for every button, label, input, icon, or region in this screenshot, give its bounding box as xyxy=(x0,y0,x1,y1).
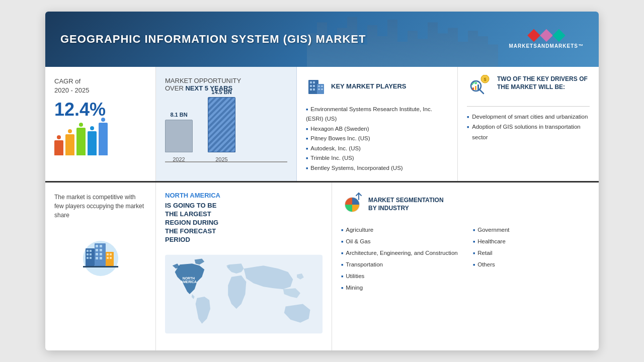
seg-item: Utilities xyxy=(341,270,458,282)
players-panel: KEY MARKET PLAYERS Environmental Systems… xyxy=(297,67,458,182)
svg-line-18 xyxy=(479,89,484,94)
seg-item: Government xyxy=(473,224,590,236)
page-title: GEOGRAPHIC INFORMATION SYSTEM (GIS) MARK… xyxy=(60,33,366,46)
seg-item: Healthcare xyxy=(473,236,590,247)
mini-chart xyxy=(54,125,146,155)
seg-item: Others xyxy=(473,259,590,270)
seg-list-col1: Agriculture Oil & Gas Architecture, Engi… xyxy=(341,224,458,294)
svg-rect-12 xyxy=(321,85,323,87)
logo-text: MARKETSANDMARKETS™ xyxy=(509,43,584,48)
seg-grid: Agriculture Oil & Gas Architecture, Engi… xyxy=(341,224,590,294)
svg-text:AMERICA: AMERICA xyxy=(181,281,197,284)
svg-rect-4 xyxy=(310,81,312,83)
seg-item: Oil & Gas xyxy=(341,236,458,247)
segmentation-panel: MARKET SEGMENTATIONBY INDUSTRY Agricultu… xyxy=(332,183,599,350)
city-icon xyxy=(54,231,146,284)
cagr-panel: CAGR of2020 - 2025 12.4% xyxy=(45,67,156,182)
seg-item: Retail xyxy=(473,247,590,259)
svg-rect-9 xyxy=(313,88,315,90)
drivers-icon-row: $ TWO OF THE KEY DRIVERS OFTHE MARKET WI… xyxy=(467,75,590,101)
header: GEOGRAPHIC INFORMATION SYSTEM (GIS) MARK… xyxy=(45,12,599,67)
svg-rect-14 xyxy=(321,88,323,90)
svg-rect-27 xyxy=(87,253,89,255)
players-header: KEY MARKET PLAYERS xyxy=(306,75,448,99)
logo-diamonds xyxy=(509,30,584,41)
svg-rect-28 xyxy=(90,253,92,255)
seg-header: MARKET SEGMENTATIONBY INDUSTRY xyxy=(341,192,590,217)
list-item: Trimble Inc. (US) xyxy=(306,153,448,163)
players-list: Environmental Systems Research Institute… xyxy=(306,105,448,173)
svg-rect-41 xyxy=(107,253,109,255)
players-title: KEY MARKET PLAYERS xyxy=(331,82,407,91)
svg-rect-32 xyxy=(96,245,98,247)
svg-rect-13 xyxy=(318,88,320,90)
svg-rect-34 xyxy=(96,249,98,251)
svg-rect-7 xyxy=(313,85,315,87)
seg-icon xyxy=(341,192,363,217)
drivers-list: Development of smart cities and urbaniza… xyxy=(467,112,590,143)
competitive-panel: The market is competitive with few playe… xyxy=(45,183,156,350)
svg-rect-21 xyxy=(477,84,479,90)
bar-chart: 8.1 BN 2022 14.5 BN 2025 xyxy=(165,100,287,165)
driver-item-2: Adoption of GIS solutions in transportat… xyxy=(467,122,590,142)
market-panel: MARKET OPPORTUNITYOVER NEXT 5 YEARS 8.1 … xyxy=(156,67,297,182)
forecast-text: IS GOING TO BETHE LARGESTREGION DURINGTH… xyxy=(165,202,218,244)
svg-rect-19 xyxy=(472,87,474,90)
svg-rect-43 xyxy=(107,257,109,259)
list-item: Pitney Bowes Inc. (US) xyxy=(306,134,448,144)
svg-rect-26 xyxy=(90,250,92,252)
list-item: Bentley Systems, Incorporated (US) xyxy=(306,163,448,173)
seg-list-col2: Government Healthcare Retail Others xyxy=(473,224,590,294)
cagr-value: 12.4% xyxy=(54,99,146,120)
svg-rect-42 xyxy=(110,253,112,255)
list-item: Environmental Systems Research Institute… xyxy=(306,105,448,124)
world-map-container: NORTH AMERICA xyxy=(165,249,323,341)
driver-item-1: Development of smart cities and urbaniza… xyxy=(467,112,590,122)
drivers-icon: $ xyxy=(467,75,492,101)
svg-rect-11 xyxy=(318,85,320,87)
svg-rect-44 xyxy=(110,257,112,259)
competitive-text: The market is competitive with few playe… xyxy=(54,193,146,220)
svg-rect-25 xyxy=(87,250,89,252)
list-item: Autodesk, Inc. (US) xyxy=(306,144,448,154)
svg-rect-36 xyxy=(96,253,98,255)
seg-item: Architecture, Engineering, and Construct… xyxy=(341,247,458,259)
drivers-panel: $ TWO OF THE KEY DRIVERS OFTHE MARKET WI… xyxy=(458,67,599,182)
svg-text:NORTH: NORTH xyxy=(183,277,195,280)
world-map-svg: NORTH AMERICA xyxy=(165,249,323,339)
svg-rect-39 xyxy=(100,257,102,259)
svg-rect-5 xyxy=(313,81,315,83)
drivers-title: TWO OF THE KEY DRIVERS OFTHE MARKET WILL… xyxy=(497,75,588,92)
seg-title: MARKET SEGMENTATIONBY INDUSTRY xyxy=(368,197,444,212)
seg-item: Mining xyxy=(341,282,458,294)
svg-rect-38 xyxy=(96,257,98,259)
svg-rect-20 xyxy=(475,86,476,90)
seg-item: Transportation xyxy=(341,259,458,270)
north-america-highlight: NORTH AMERICA xyxy=(165,192,220,200)
svg-text:$: $ xyxy=(484,77,486,82)
svg-rect-45 xyxy=(83,266,118,267)
building-icon xyxy=(306,75,326,99)
map-panel: NORTH AMERICA IS GOING TO BETHE LARGESTR… xyxy=(156,183,332,350)
svg-rect-33 xyxy=(100,245,102,247)
svg-rect-35 xyxy=(100,249,102,251)
bar-val-2022: 8.1 BN xyxy=(170,112,187,118)
bar-val-2025: 14.5 BN xyxy=(211,89,231,95)
svg-rect-29 xyxy=(87,257,89,259)
svg-rect-8 xyxy=(310,88,312,90)
seg-item: Agriculture xyxy=(341,224,458,236)
bottom-section: The market is competitive with few playe… xyxy=(45,183,599,350)
diamond-teal xyxy=(551,28,567,43)
cagr-label: CAGR of2020 - 2025 xyxy=(54,77,146,95)
svg-rect-37 xyxy=(100,253,102,255)
svg-rect-6 xyxy=(310,85,312,87)
bar-col-2025: 14.5 BN 2025 xyxy=(208,89,235,162)
logo-area: MARKETSANDMARKETS™ xyxy=(509,30,584,48)
svg-rect-30 xyxy=(90,257,92,259)
bar-col-2022: 8.1 BN 2022 xyxy=(165,112,193,162)
top-section: CAGR of2020 - 2025 12.4% MARKET OPPORTUN… xyxy=(45,67,599,183)
main-card: GEOGRAPHIC INFORMATION SYSTEM (GIS) MARK… xyxy=(45,12,599,351)
svg-rect-2 xyxy=(552,29,565,41)
list-item: Hexagon AB (Sweden) xyxy=(306,124,448,134)
